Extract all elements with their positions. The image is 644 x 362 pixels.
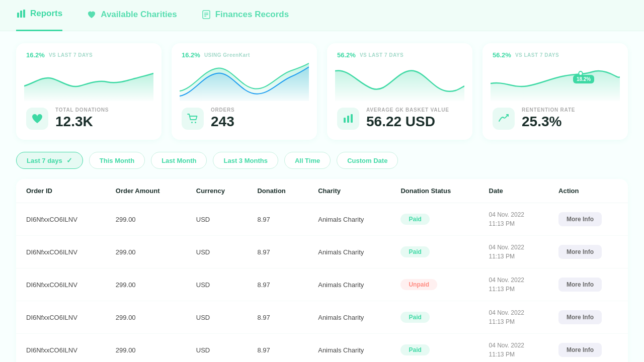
filter-alltime[interactable]: All Time [284,152,331,169]
stat-card-header-orders: 16.2% USING GreenKart [182,51,307,59]
nav: Reports Available Charities Finances Rec… [0,0,644,31]
filter-last3months[interactable]: Last 3 Months [213,152,278,169]
table-body: DI6NfxxCO6ILNV 299.00 USD 8.97 Animals C… [16,203,628,363]
col-action: Action [548,179,628,203]
col-donation: Donation [247,179,308,203]
stat-label-retention: RENTENTION RATE [522,107,575,113]
stat-value-basket: 56.22 USD [366,114,449,130]
cell-status: Unpaid [390,268,478,301]
cell-charity: Animals Charity [308,203,390,236]
retention-tooltip: 18.2% [573,75,594,83]
stat-info-retention: RENTENTION RATE 25.3% [522,107,575,130]
filter-alltime-label: All Time [295,157,320,164]
bar-chart-icon [16,9,26,19]
cell-date: 04 Nov. 202211:13 PM [479,203,549,236]
cell-amount: 299.00 [106,203,186,236]
table-header: Order ID Order Amount Currency Donation … [16,179,628,203]
cell-date: 04 Nov. 202211:13 PM [479,301,549,334]
stat-info-basket: AVERAGE GK BASKET VALUE 56.22 USD [366,107,449,130]
stat-pct-basket: 56.2% [337,51,356,59]
stat-label-orders: ORDERS [211,107,235,113]
cell-date: 04 Nov. 202211:13 PM [479,268,549,301]
check-icon: ✓ [66,156,72,164]
stat-card-header-basket: 56.2% VS LAST 7 DAYS [337,51,462,59]
more-info-button[interactable]: More Info [558,343,602,357]
chart-retention: 18.2% [491,61,620,101]
stat-sub-retention: VS LAST 7 DAYS [515,52,559,58]
filter-thismonth-label: This Month [100,157,134,164]
cell-order-id: DI6NfxxCO6ILNV [16,301,106,334]
svg-point-7 [191,122,193,123]
stat-label-basket: AVERAGE GK BASKET VALUE [366,107,449,113]
col-order-amount: Order Amount [106,179,186,203]
col-charity: Charity [308,179,390,203]
svg-rect-2 [23,10,25,18]
cell-charity: Animals Charity [308,334,390,363]
cell-amount: 299.00 [106,268,186,301]
cell-currency: USD [186,236,248,268]
cell-charity: Animals Charity [308,268,390,301]
stat-pct-retention: 56.2% [493,51,511,59]
more-info-button[interactable]: More Info [558,245,602,259]
cell-order-id: DI6NfxxCO6ILNV [16,334,106,363]
stat-card-bottom-orders: ORDERS 243 [182,107,307,130]
nav-finances[interactable]: Finances Records [201,0,289,31]
svg-rect-0 [17,13,19,18]
table-row: DI6NfxxCO6ILNV 299.00 USD 8.97 Animals C… [16,334,628,363]
cell-action: More Info [548,334,628,363]
cell-status: Paid [390,334,478,363]
col-order-id: Order ID [16,179,106,203]
filter-last7[interactable]: Last 7 days ✓ [16,152,83,169]
svg-rect-9 [344,118,346,123]
col-donation-status: Donation Status [390,179,478,203]
cell-date: 04 Nov. 202211:13 PM [479,236,549,268]
chart-basket [335,61,464,101]
nav-charities[interactable]: Available Charities [87,0,177,31]
stat-icon-basket [337,108,359,130]
more-info-button[interactable]: More Info [558,278,602,292]
filter-thismonth[interactable]: This Month [89,152,145,169]
cell-donation: 8.97 [247,236,308,268]
stat-sub-orders: USING GreenKart [204,52,250,58]
stat-label-donations: TOTAL DONATIONS [55,107,109,113]
cell-currency: USD [186,301,248,334]
more-info-button[interactable]: More Info [558,310,602,324]
table-row: DI6NfxxCO6ILNV 299.00 USD 8.97 Animals C… [16,203,628,236]
stat-card-orders: 16.2% USING GreenKart [172,43,317,140]
more-info-button[interactable]: More Info [558,212,602,226]
cell-donation: 8.97 [247,203,308,236]
cell-status: Paid [390,236,478,268]
nav-reports[interactable]: Reports [16,0,62,31]
stat-sub-donations: VS LAST 7 DAYS [49,52,93,58]
cell-action: More Info [548,203,628,236]
status-badge: Paid [400,312,429,323]
stat-value-retention: 25.3% [522,114,575,130]
main-content: 16.2% VS LAST 7 DAYS [0,31,644,362]
filter-customdate[interactable]: Custom Date [337,152,398,169]
filter-customdate-label: Custom Date [347,157,387,164]
status-badge: Unpaid [400,279,437,290]
stat-card-retention: 56.2% VS LAST 7 DAYS 18.2% [482,43,628,140]
cell-action: More Info [548,268,628,301]
cell-charity: Animals Charity [308,301,390,334]
stat-icon-orders [182,108,204,130]
cell-amount: 299.00 [106,301,186,334]
stat-icon-donations [26,108,48,130]
filter-last7-label: Last 7 days [27,157,62,164]
table-row: DI6NfxxCO6ILNV 299.00 USD 8.97 Animals C… [16,236,628,268]
cell-currency: USD [186,268,248,301]
nav-charities-label: Available Charities [101,10,177,20]
svg-rect-1 [20,11,22,18]
stat-card-bottom-donations: TOTAL DONATIONS 12.3K [26,107,151,130]
filter-last3months-label: Last 3 Months [223,157,267,164]
stat-cards-grid: 16.2% VS LAST 7 DAYS [16,43,628,140]
filter-lastmonth-label: Last Month [162,157,196,164]
stat-value-orders: 243 [211,114,235,130]
table-row: DI6NfxxCO6ILNV 299.00 USD 8.97 Animals C… [16,301,628,334]
cell-order-id: DI6NfxxCO6ILNV [16,268,106,301]
filter-lastmonth[interactable]: Last Month [151,152,207,169]
cell-amount: 299.00 [106,334,186,363]
status-badge: Paid [400,214,429,225]
table-row: DI6NfxxCO6ILNV 299.00 USD 8.97 Animals C… [16,268,628,301]
cell-status: Paid [390,301,478,334]
